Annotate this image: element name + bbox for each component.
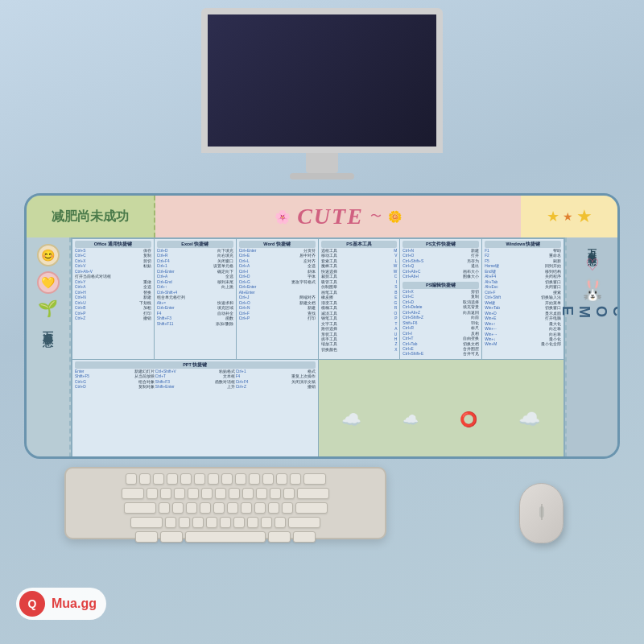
key (206, 517, 217, 528)
ps-file-subsection: PS文件快捷键 Ctrl+N新建 Ctrl+O打开 Ctrl+Shift+S另存… (402, 241, 479, 280)
bottom-center-section: ☁️ ☁️ ⭕ ☁️ (319, 360, 564, 459)
key (270, 488, 281, 499)
key (247, 517, 258, 528)
key-row-1 (74, 473, 377, 485)
main-row: 😊 💛 🌱 万事顺意 Office 通用快捷键 Ctrl+S保存 Ctrl+C复… (27, 237, 617, 459)
smile-deco: 😊 (37, 244, 60, 266)
vertical-text-left: 万事顺意 (42, 323, 55, 329)
key (201, 488, 213, 499)
key (283, 488, 295, 499)
key (215, 488, 226, 499)
key (241, 502, 252, 514)
banner-left-text: 减肥尚未成功 (27, 196, 155, 237)
monitor-screen (201, 8, 443, 153)
cloud-deco: ☁️ (341, 410, 361, 429)
key-shift-r (288, 517, 320, 528)
key (221, 473, 233, 485)
key (254, 502, 266, 514)
come-text: COME (559, 306, 618, 321)
excel-title: Excel 快捷键 (157, 241, 233, 248)
key (220, 517, 231, 528)
key (153, 473, 164, 485)
key-ctrl-l (135, 531, 158, 543)
cloud2-deco: ☁️ (402, 412, 419, 427)
banner-right: ★ ★ ★ (521, 196, 617, 237)
mouse (519, 483, 564, 547)
shortcut-row: Ctrl+Z撤销 (75, 316, 151, 321)
key (282, 502, 293, 514)
key (261, 517, 272, 528)
shortcut-row: Shift+Enter上升 (155, 385, 235, 390)
ps-file-title: PS文件快捷键 (402, 241, 479, 248)
key-row-2 (74, 488, 377, 499)
key (229, 488, 240, 499)
monitor (185, 8, 459, 185)
key (268, 502, 279, 514)
key (179, 517, 190, 528)
key (290, 473, 301, 485)
key (233, 517, 245, 528)
cloud3-deco: ☁️ (518, 409, 540, 430)
key (159, 502, 170, 514)
key-space (185, 531, 266, 543)
shortcut-row: Ctrl+P打印 (239, 316, 316, 321)
office-section: Office 通用快捷键 Ctrl+S保存 Ctrl+C复制 Ctrl+X剪切 … (72, 239, 154, 359)
key (192, 517, 204, 528)
key-alt-r (268, 531, 291, 543)
shortcut-row: Shift+F11添加/删除 (157, 322, 233, 327)
right-vertical-label: 万事顺意 (586, 242, 598, 252)
star2-icon: ★ (563, 210, 573, 223)
shortcut-row: Win+M最小化全部 (485, 342, 561, 347)
keyboard (64, 467, 386, 539)
key-enter-top (297, 488, 329, 499)
plant-icon: 🌱 (38, 299, 58, 318)
key (276, 473, 287, 485)
heart-deco: 💛 (37, 271, 60, 294)
ps-edit-title: PS编辑快捷键 (402, 282, 479, 289)
key (275, 517, 286, 528)
key-caps (124, 502, 156, 514)
key (139, 473, 151, 485)
right-heart-deco: ♡ (585, 255, 600, 275)
key (160, 488, 171, 499)
watermark-icon-letter: Q (28, 597, 37, 610)
top-banner: 减肥尚未成功 🌸 CUTE 〜 🌼 ★ ★ ★ (27, 196, 617, 237)
star3-icon: ★ (576, 206, 592, 227)
flower-icon: 🌸 (275, 209, 291, 225)
key (208, 473, 219, 485)
shortcut-row: 切换颜色X (321, 348, 398, 353)
key (186, 502, 197, 514)
rabbit-icon: 🐰 (580, 278, 605, 303)
office-title: Office 通用快捷键 (75, 241, 151, 248)
key (126, 473, 137, 485)
key-row-3 (74, 502, 377, 514)
windows-title: Windows快捷键 (485, 241, 561, 248)
monitor-stand (306, 153, 338, 173)
key (242, 488, 254, 499)
key (167, 473, 178, 485)
key (213, 502, 225, 514)
key (147, 488, 158, 499)
key (194, 473, 205, 485)
left-banner-label: 减肥尚未成功 (52, 208, 129, 225)
watermark: Q Mua.gg (16, 588, 106, 620)
key-row-5 (74, 531, 377, 543)
key-shift-l (130, 517, 163, 528)
monitor-display (208, 14, 436, 147)
mouse-body (519, 483, 564, 543)
deskmat: 减肥尚未成功 🌸 CUTE 〜 🌼 ★ ★ ★ 😊 💛 🌱 万事顺意 (24, 193, 620, 459)
shortcuts-grid: Office 通用快捷键 Ctrl+S保存 Ctrl+C复制 Ctrl+X剪切 … (71, 237, 565, 459)
shortcut-row: Ctrl+D复制对象 (75, 385, 155, 390)
key-alt-l (160, 531, 183, 543)
key-row-4 (74, 517, 377, 528)
wave-deco: 〜 (370, 209, 382, 224)
cute-label: CUTE (297, 204, 364, 229)
ppt-section: PPT 快捷键 Enter新建幻灯片 Shift+F5从当前放映 Ctrl+G组… (72, 360, 318, 459)
deskmat-inner: 减肥尚未成功 🌸 CUTE 〜 🌼 ★ ★ ★ 😊 💛 🌱 万事顺意 (27, 196, 617, 456)
key (227, 502, 238, 514)
watermark-text: Mua.gg (52, 597, 97, 611)
left-deco-column: 😊 💛 🌱 万事顺意 (27, 237, 71, 459)
mouse-divider (541, 504, 542, 520)
monitor-base (290, 173, 354, 180)
flower2-icon: 🌼 (388, 210, 402, 223)
